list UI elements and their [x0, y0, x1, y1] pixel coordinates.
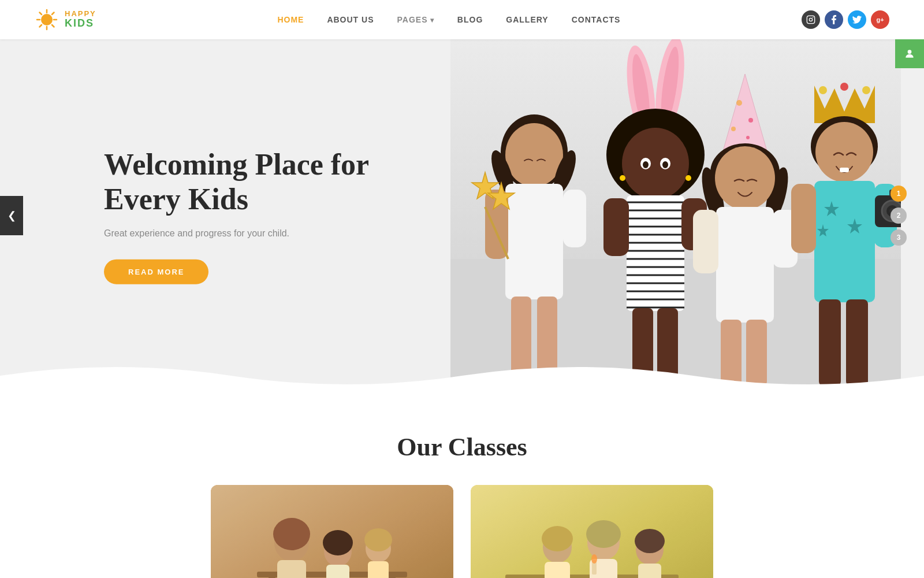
- svg-point-10: [809, 18, 812, 21]
- svg-rect-9: [807, 16, 814, 23]
- svg-point-34: [620, 175, 625, 181]
- facebook-icon[interactable]: [825, 10, 843, 29]
- svg-point-79: [819, 86, 827, 94]
- nav-contacts[interactable]: CONTACTS: [572, 15, 621, 24]
- svg-rect-127: [471, 485, 713, 578]
- google-icon[interactable]: g+: [871, 10, 889, 29]
- logo-happy: HAPPY: [65, 10, 96, 18]
- svg-point-33: [622, 128, 689, 199]
- svg-rect-59: [603, 198, 629, 256]
- read-more-button[interactable]: READ MORE: [104, 259, 208, 284]
- svg-point-81: [862, 86, 870, 94]
- svg-point-0: [41, 14, 53, 25]
- kids-illustration: [450, 39, 901, 386]
- prev-slide-button[interactable]: ❮: [0, 196, 23, 235]
- svg-line-6: [52, 25, 54, 27]
- logo-kids: KIDS: [65, 18, 96, 29]
- classes-section: Our Classes: [0, 392, 924, 578]
- svg-rect-111: [211, 485, 453, 578]
- svg-point-39: [662, 161, 668, 168]
- nav-about[interactable]: ABOUT US: [327, 15, 374, 24]
- svg-point-37: [643, 161, 649, 168]
- svg-rect-20: [505, 184, 563, 299]
- classes-grid: [0, 485, 924, 578]
- svg-point-12: [908, 50, 912, 54]
- twitter-icon[interactable]: [848, 10, 866, 29]
- hero-title: Welcoming Place for Every Kids: [104, 147, 370, 217]
- top-right-user-icon[interactable]: [895, 39, 924, 68]
- logo-sun-icon: [35, 8, 59, 32]
- svg-rect-74: [693, 210, 718, 273]
- svg-rect-84: [840, 168, 849, 172]
- svg-rect-22: [563, 190, 586, 247]
- svg-point-64: [736, 100, 742, 106]
- hero-wave: [0, 358, 924, 392]
- nav-home[interactable]: HOME: [277, 15, 304, 24]
- svg-line-7: [52, 13, 54, 15]
- svg-line-8: [40, 25, 42, 27]
- svg-rect-85: [814, 181, 875, 302]
- class-card-1[interactable]: [211, 485, 453, 578]
- nav-pages[interactable]: PAGES: [397, 15, 434, 24]
- class-image-2: [471, 485, 713, 578]
- navbar: HAPPY KIDS HOME ABOUT US PAGES BLOG GALL…: [0, 0, 924, 39]
- svg-point-11: [813, 17, 814, 18]
- class-image-1: [211, 485, 453, 578]
- logo[interactable]: HAPPY KIDS: [35, 8, 96, 32]
- hero-section: ❮: [0, 39, 924, 392]
- svg-rect-73: [716, 207, 774, 323]
- nav-gallery[interactable]: GALLERY: [506, 15, 548, 24]
- instagram-icon[interactable]: [802, 10, 820, 29]
- classes-title: Our Classes: [0, 432, 924, 462]
- logo-text: HAPPY KIDS: [65, 10, 96, 29]
- left-arrow-icon: ❮: [8, 209, 16, 222]
- social-icons: g+: [802, 10, 889, 29]
- svg-rect-44: [627, 195, 684, 311]
- svg-point-67: [746, 136, 750, 139]
- svg-point-66: [731, 127, 736, 131]
- svg-point-35: [685, 175, 691, 181]
- nav-blog[interactable]: BLOG: [457, 15, 483, 24]
- svg-line-5: [40, 13, 42, 15]
- svg-point-72: [715, 146, 775, 210]
- slide-dot-3[interactable]: 3: [891, 229, 907, 246]
- hero-content: Welcoming Place for Every Kids Great exp…: [104, 147, 370, 284]
- svg-point-80: [840, 83, 848, 91]
- nav-links: HOME ABOUT US PAGES BLOG GALLERY CONTACT…: [277, 14, 620, 25]
- svg-point-17: [505, 123, 563, 187]
- svg-point-65: [748, 118, 753, 123]
- slide-dot-2[interactable]: 2: [891, 208, 907, 224]
- svg-rect-89: [791, 184, 816, 253]
- svg-point-83: [815, 122, 873, 182]
- slide-dot-1[interactable]: 1: [891, 186, 907, 202]
- hero-subtitle: Great experience and progress for your c…: [104, 228, 370, 238]
- class-card-2[interactable]: [471, 485, 713, 578]
- slide-indicators: 1 2 3: [891, 186, 907, 246]
- hero-image: [450, 39, 901, 386]
